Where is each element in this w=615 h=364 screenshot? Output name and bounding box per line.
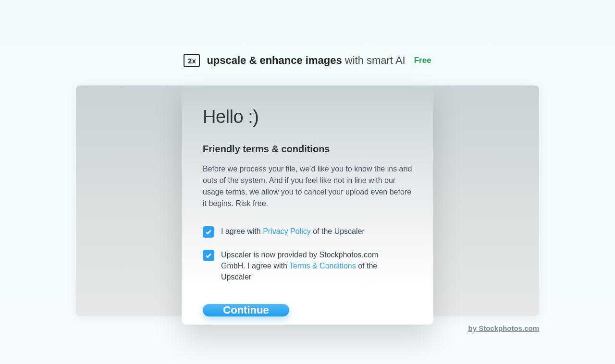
privacy-policy-link[interactable]: Privacy Policy <box>263 227 311 235</box>
page-title-bold: upscale & enhance images <box>207 54 342 66</box>
terms-modal: Hello :) Friendly terms & conditions Bef… <box>182 85 433 325</box>
modal-body-text: Before we process your file, we'd like y… <box>203 163 412 209</box>
privacy-text-post: of the Upscaler <box>311 227 365 235</box>
page-title-suffix: with smart AI <box>345 54 406 66</box>
privacy-checkbox[interactable] <box>203 226 214 238</box>
terms-label: Upscaler is now provided by Stockphotos.… <box>221 249 404 283</box>
terms-checkbox[interactable] <box>203 250 214 261</box>
privacy-agree-row: I agree with Privacy Policy of the Upsca… <box>203 226 412 238</box>
free-badge: Free <box>414 56 431 65</box>
modal-title: Hello :) <box>203 107 412 127</box>
terms-conditions-link[interactable]: Terms & Conditions <box>289 262 356 270</box>
terms-agree-row: Upscaler is now provided by Stockphotos.… <box>203 249 412 283</box>
modal-subtitle: Friendly terms & conditions <box>203 144 412 155</box>
credit-link[interactable]: by Stockphotos.com <box>468 324 539 332</box>
continue-button[interactable]: Continue <box>203 304 289 316</box>
page-title: upscale & enhance images with smart AI <box>207 54 405 67</box>
logo-2x-badge: 2x <box>184 54 200 67</box>
check-icon <box>205 252 212 259</box>
check-icon <box>205 229 212 235</box>
page-header: 2x upscale & enhance images with smart A… <box>184 54 431 67</box>
privacy-text-pre: I agree with <box>221 227 263 235</box>
privacy-label: I agree with Privacy Policy of the Upsca… <box>221 226 365 237</box>
